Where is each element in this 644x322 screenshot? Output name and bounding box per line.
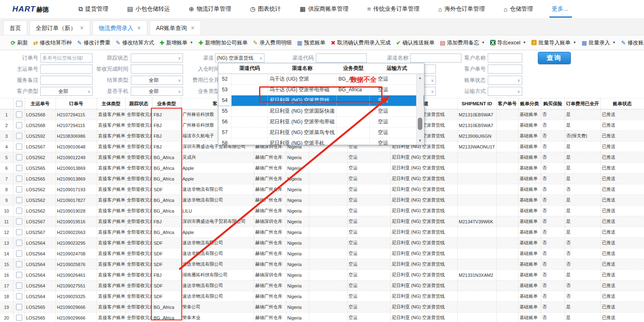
table-row[interactable]: 14 LOS2564 H2109024708 直接客户账单 全部签收完成 SDF… <box>0 248 644 259</box>
cell-bill-status: 已推送 <box>600 238 644 248</box>
cell-transport: 空运 <box>347 248 390 259</box>
row-checkbox[interactable] <box>16 283 22 289</box>
table-row[interactable]: 9 LOS2562 H2109017827 直接客户账单 全部签收完成 BG_A… <box>0 195 644 206</box>
nav-item[interactable]: 传统业务订单管理 <box>367 5 419 13</box>
channel-option[interactable]: 56 尼日利亚 (NG) 空派带电带磁 空运 <box>218 117 424 127</box>
row-checkbox[interactable] <box>16 293 22 299</box>
row-checkbox[interactable] <box>16 315 22 321</box>
nav-item[interactable]: 提货管理 <box>78 5 108 13</box>
table-row[interactable]: 17 LOS2564 H2109027551 直接客户账单 全部签收完成 SDF… <box>0 280 644 291</box>
channel-option[interactable]: 57 尼日利亚 (NG) 空派菜鸟专线 空运 <box>218 127 424 138</box>
row-checkbox[interactable] <box>16 154 22 160</box>
table-row[interactable]: 10 LOS2562 H2109019028 直接客户账单 全部签收完成 BG_… <box>0 206 644 216</box>
channel-code-input[interactable] <box>316 53 367 63</box>
close-icon[interactable]: ✕ <box>191 21 195 35</box>
toolbar-button[interactable]: 确认推送账单 ▼ <box>396 39 435 46</box>
select-all-checkbox[interactable] <box>16 101 22 107</box>
toolbar-button[interactable]: 录入费用明细 ▼ <box>253 39 292 46</box>
master-waybill-input[interactable] <box>40 65 93 74</box>
nav-item[interactable]: 供应商账单管理 <box>300 5 348 13</box>
nav-item[interactable]: 仓储管理 <box>504 5 533 13</box>
service-note-input[interactable] <box>40 76 93 85</box>
table-row[interactable]: 11 LOS2567 H2109019516 直接客户账单 全部签收完成 FBJ… <box>0 216 644 227</box>
tab[interactable]: 全部订单（新） ✕ <box>30 21 90 35</box>
tab[interactable]: AR账单查询 ✕ <box>150 21 201 35</box>
row-checkbox[interactable] <box>16 144 22 150</box>
table-row[interactable]: 20 LOS2565 H2109029666 直接客户账单 全部签收完成 BG_… <box>0 313 644 322</box>
close-icon[interactable]: ✕ <box>80 21 84 35</box>
toolbar-button[interactable]: 导出excel ▼ <box>490 39 526 46</box>
row-checkbox[interactable] <box>16 218 22 225</box>
table-row[interactable]: 15 LOS2564 H2109025876 直接客户账单 全部签收完成 SDF… <box>0 259 644 270</box>
sign-time-input[interactable] <box>131 65 183 74</box>
customer-name-input[interactable] <box>488 53 522 63</box>
order-no-input[interactable] <box>40 53 93 63</box>
row-checkbox[interactable] <box>16 165 22 171</box>
nav-item[interactable]: 更多... <box>552 5 568 13</box>
scrollbar-thumb[interactable] <box>418 118 422 130</box>
channel-select[interactable]: (NG) 空派普货线∨ <box>215 53 264 63</box>
row-checkbox[interactable] <box>16 197 22 203</box>
table-row[interactable]: 16 LOS2564 H2109026461 直接客户账单 全部签收完成 FBJ… <box>0 270 644 280</box>
toolbar-button[interactable]: 新增账单 ▼ <box>160 39 193 46</box>
search-button[interactable]: 查询 <box>538 52 571 64</box>
table-row[interactable]: 6 LOS2565 H2109013869 直接客户账单 全部签收完成 BG_A… <box>0 163 644 174</box>
nav-item[interactable]: 图表统计 <box>250 5 281 13</box>
cell-warehouse: 赫德广州仓库 <box>254 174 286 184</box>
toolbar-button[interactable]: 新增附加公司账单 ▼ <box>199 39 248 46</box>
toolbar-button[interactable]: 批量录入 ▼ <box>581 39 616 46</box>
toolbar-button[interactable]: 预览账单 ▼ <box>297 39 325 46</box>
settle-type-select[interactable]: 全部∨ <box>131 76 183 85</box>
row-checkbox[interactable] <box>16 176 22 182</box>
row-checkbox[interactable] <box>16 261 22 267</box>
tab[interactable]: 物流费用录入 ✕ <box>93 21 147 35</box>
is-mobile-select[interactable]: 全部∨ <box>131 87 183 96</box>
row-checkbox[interactable] <box>16 111 22 118</box>
tab[interactable]: 首页 ✕ <box>3 21 27 35</box>
row-checkbox[interactable] <box>16 229 22 235</box>
nav-item[interactable]: 物流订单管理 <box>189 5 231 13</box>
row-checkbox[interactable] <box>16 240 22 246</box>
bill-status-select[interactable]: ∨ <box>488 76 522 85</box>
toolbar-button[interactable]: 修改账单格式 ▼ <box>621 39 644 46</box>
table-row[interactable]: 7 LOS2565 H2109013869 直接客户账单 全部签收完成 BG_A… <box>0 174 644 184</box>
nav-item[interactable]: 小包仓储转运 <box>127 5 170 13</box>
dropdown-scrollbar[interactable]: ▲ ▼ <box>416 74 424 144</box>
toolbar-button[interactable]: 刷新 ▼ <box>11 39 28 46</box>
customer-no-input[interactable] <box>488 65 522 74</box>
table-row[interactable]: 5 LOS2562 H2109012249 直接客户账单 全部签收完成 BG_A… <box>0 152 644 163</box>
table-row[interactable]: 13 LOS2564 H2109023295 直接客户账单 全部签收完成 SDF… <box>0 238 644 248</box>
row-checkbox[interactable] <box>16 186 22 192</box>
channel-option[interactable]: 58 尼日利亚 (NG) 空派手机 空运 <box>218 138 424 145</box>
track-status-select[interactable]: ∨ <box>131 53 183 63</box>
channel-option[interactable]: 54 尼日利亚 (NG) 空派普货线 空运 <box>218 95 424 106</box>
toolbar-button[interactable]: 修改结算币种 ▼ <box>33 39 72 46</box>
row-checkbox[interactable] <box>16 272 22 278</box>
customer-type-select[interactable]: 全部∨ <box>40 87 93 96</box>
toolbar-button[interactable]: 修改结算方式 ▼ <box>116 39 154 46</box>
channel-option[interactable]: 55 尼日利亚 (NG) 空派国际快递 空运 <box>218 106 424 117</box>
cell-shipment-id: M21310EB5WA7 <box>457 109 496 120</box>
table-row[interactable]: 18 LOS2564 H2109029325 直接客户账单 全部签收完成 SDF… <box>0 291 644 302</box>
toolbar-button[interactable]: 修改计费重 ▼ <box>77 39 110 46</box>
row-checkbox[interactable] <box>16 208 22 214</box>
row-checkbox[interactable] <box>16 250 22 257</box>
scroll-down-icon[interactable]: ▼ <box>417 138 424 144</box>
channel-option[interactable]: 52 乌干达 (UG) 空派 BG_Africa 空运 <box>218 74 424 85</box>
nav-item[interactable]: 海外仓订单管理 <box>438 5 485 13</box>
table-row[interactable]: 12 LOS2567 H2109022663 直接客户账单 全部签收完成 BG_… <box>0 227 644 238</box>
row-checkbox[interactable] <box>16 122 22 128</box>
transport-mode-select[interactable]: ∨ <box>488 87 522 96</box>
toolbar-button[interactable]: 批量导入账单 ▼ <box>531 39 576 46</box>
table-row[interactable]: 19 LOS2565 H2109029666 直接客户账单 全部签收完成 BG_… <box>0 302 644 313</box>
row-checkbox[interactable] <box>16 304 22 310</box>
scroll-up-icon[interactable]: ▲ <box>417 75 424 81</box>
channel-name-input[interactable] <box>410 53 461 63</box>
table-row[interactable]: 8 LOS2562 H2109017193 直接客户账单 全部签收完成 SDF … <box>0 184 644 195</box>
toolbar-button[interactable]: 取消确认费用录入完成 ▼ <box>331 39 391 46</box>
close-icon[interactable]: ✕ <box>137 21 141 35</box>
cell-bill-status: 已推送 <box>600 141 644 152</box>
row-checkbox[interactable] <box>16 133 22 139</box>
toolbar-button[interactable]: 添加费用备忘 ▼ <box>440 39 485 46</box>
channel-option[interactable]: 53 乌干达 (UG) 空派带电带磁 BG_Africa 空运 <box>218 85 424 95</box>
